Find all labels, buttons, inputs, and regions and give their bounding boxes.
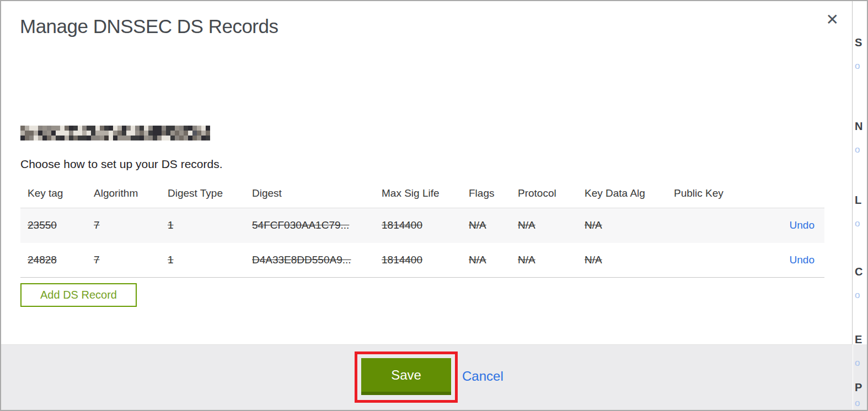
redacted-pixel xyxy=(117,131,122,136)
redacted-pixel xyxy=(82,136,87,140)
redacted-pixel xyxy=(51,131,56,136)
cell-algorithm: 7 xyxy=(87,208,160,243)
background-page-fragment: o xyxy=(855,218,860,229)
background-page-fragment: S xyxy=(855,36,862,49)
background-page-fragment: E xyxy=(855,333,862,346)
save-button[interactable]: Save xyxy=(361,358,451,395)
redacted-pixel xyxy=(166,126,170,131)
cell-key-tag: 23550 xyxy=(20,208,87,243)
redacted-pixel xyxy=(206,136,210,140)
table-row: 23550 7 1 54FCF030AA1C79... 1814400 N/A … xyxy=(20,208,824,243)
redacted-pixel xyxy=(192,126,197,131)
redacted-pixel xyxy=(104,136,109,140)
background-page-fragment: P xyxy=(855,381,862,394)
redacted-pixel xyxy=(100,136,104,140)
redacted-pixel xyxy=(148,131,153,136)
close-icon[interactable]: ✕ xyxy=(826,12,839,28)
redacted-pixel xyxy=(206,126,210,131)
redacted-pixel xyxy=(135,126,140,131)
redacted-pixel xyxy=(38,136,42,140)
redacted-pixel xyxy=(34,131,38,136)
redacted-pixel xyxy=(29,131,34,136)
cell-key-tag: 24828 xyxy=(20,243,87,277)
cell-public-key xyxy=(667,243,766,277)
redacted-pixel xyxy=(157,131,162,136)
redacted-pixel xyxy=(65,131,69,136)
redacted-pixel xyxy=(157,136,162,140)
column-header-actions xyxy=(766,179,824,208)
page-title: Manage DNSSEC DS Records xyxy=(20,15,278,37)
column-header-public-key: Public Key xyxy=(667,179,766,208)
cell-digest: 54FCF030AA1C79... xyxy=(245,208,374,243)
redacted-pixel xyxy=(131,136,135,140)
redacted-pixel xyxy=(126,136,131,140)
redacted-pixel xyxy=(25,136,29,140)
background-page-fragment: o xyxy=(855,290,860,301)
redacted-pixel xyxy=(201,136,206,140)
redacted-pixel xyxy=(166,131,170,136)
column-header-algorithm: Algorithm xyxy=(87,179,160,208)
redacted-pixel xyxy=(109,126,113,131)
redacted-pixel xyxy=(65,136,69,140)
redacted-pixel xyxy=(153,126,157,131)
redacted-pixel xyxy=(91,136,95,140)
redacted-pixel xyxy=(91,131,95,136)
redacted-domain-name xyxy=(20,126,210,140)
cell-digest-type: 1 xyxy=(160,243,245,277)
redacted-pixel xyxy=(104,131,109,136)
redacted-pixel xyxy=(82,126,87,131)
redacted-pixel xyxy=(56,131,60,136)
redacted-pixel xyxy=(126,131,131,136)
redacted-pixel xyxy=(73,136,78,140)
subtitle: Choose how to set up your DS records. xyxy=(20,158,223,171)
redacted-pixel xyxy=(20,131,25,136)
redacted-pixel xyxy=(82,131,87,136)
redacted-pixel xyxy=(170,136,175,140)
redacted-pixel xyxy=(34,126,38,131)
redacted-pixel xyxy=(188,131,192,136)
redacted-pixel xyxy=(29,126,34,131)
cell-max-sig-life: 1814400 xyxy=(374,243,462,277)
redacted-pixel xyxy=(117,126,122,131)
table-header-row: Key tag Algorithm Digest Type Digest Max… xyxy=(20,179,824,208)
background-page-fragment: o xyxy=(855,144,860,155)
redacted-pixel xyxy=(135,136,140,140)
redacted-pixel xyxy=(140,131,144,136)
redacted-pixel xyxy=(56,126,60,131)
undo-link[interactable]: Undo xyxy=(790,219,815,231)
background-page-fragment: L xyxy=(855,194,861,207)
redacted-pixel xyxy=(42,126,47,131)
modal-footer: Save Cancel xyxy=(1,344,853,410)
dnssec-ds-records-modal: Manage DNSSEC DS Records ✕ Choose how to… xyxy=(1,1,853,410)
cell-digest-type: 1 xyxy=(160,208,245,243)
column-header-key-data-alg: Key Data Alg xyxy=(577,179,667,208)
redacted-pixel xyxy=(87,126,91,131)
background-page-fragment: N xyxy=(855,120,862,133)
undo-link[interactable]: Undo xyxy=(790,254,815,266)
redacted-pixel xyxy=(201,126,206,131)
redacted-pixel xyxy=(25,126,29,131)
redacted-pixel xyxy=(131,131,135,136)
redacted-pixel xyxy=(60,136,65,140)
ds-records-table: Key tag Algorithm Digest Type Digest Max… xyxy=(20,179,824,278)
redacted-pixel xyxy=(144,131,148,136)
redacted-pixel xyxy=(38,126,42,131)
redacted-pixel xyxy=(162,126,166,131)
background-page-sliver: SoNoLoCoEoPo xyxy=(853,1,867,410)
redacted-pixel xyxy=(38,131,42,136)
redacted-pixel xyxy=(148,126,153,131)
redacted-pixel xyxy=(47,136,51,140)
redacted-pixel xyxy=(122,126,126,131)
redacted-pixel xyxy=(100,126,104,131)
redacted-pixel xyxy=(113,126,117,131)
redacted-pixel xyxy=(69,136,73,140)
redacted-pixel xyxy=(95,136,100,140)
redacted-pixel xyxy=(69,131,73,136)
cell-public-key xyxy=(667,208,766,243)
cancel-link[interactable]: Cancel xyxy=(462,369,503,384)
redacted-pixel xyxy=(153,131,157,136)
redacted-pixel xyxy=(179,126,184,131)
cell-digest: D4A33E8DD550A9... xyxy=(245,243,374,277)
column-header-digest-type: Digest Type xyxy=(160,179,245,208)
add-ds-record-button[interactable]: Add DS Record xyxy=(20,283,137,307)
